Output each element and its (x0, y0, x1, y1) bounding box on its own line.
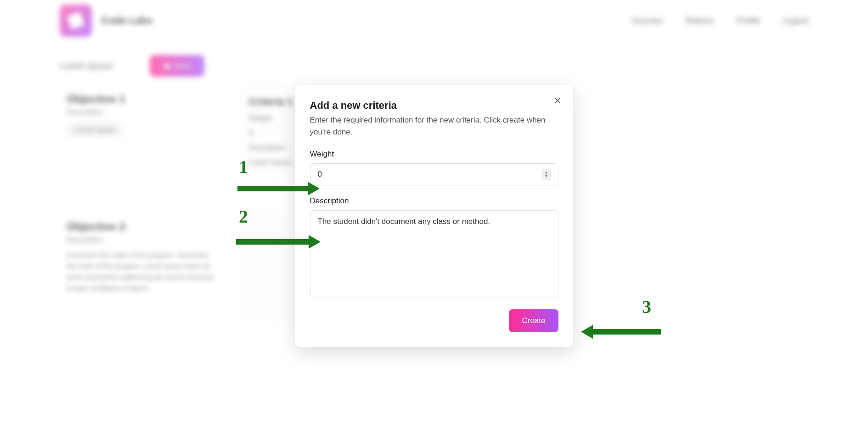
description-textarea[interactable] (310, 210, 558, 297)
modal-subtitle: Enter the required information for the n… (310, 114, 558, 138)
description-label: Description (310, 196, 558, 206)
add-criteria-modal: Add a new criteria Enter the required in… (295, 85, 573, 347)
close-icon (554, 97, 561, 104)
weight-input-wrap: ▲ ▼ (310, 163, 558, 185)
weight-input[interactable] (310, 163, 558, 185)
create-button[interactable]: Create (509, 309, 558, 332)
modal-title: Add a new criteria (310, 100, 558, 112)
number-stepper[interactable]: ▲ ▼ (542, 169, 551, 180)
modal-footer: Create (310, 309, 558, 332)
weight-label: Weight (310, 150, 558, 159)
close-button[interactable] (553, 96, 562, 105)
chevron-down-icon: ▼ (545, 174, 548, 178)
modal-overlay: Add a new criteria Enter the required in… (0, 0, 868, 430)
